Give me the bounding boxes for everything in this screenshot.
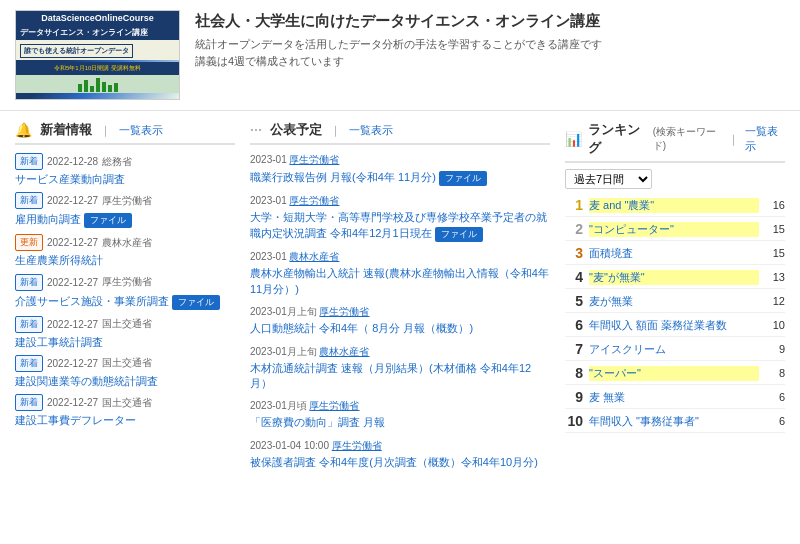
period-select-wrapper[interactable]: 過去7日間過去30日間過去90日間 xyxy=(565,169,785,189)
rank-count: 15 xyxy=(765,223,785,235)
rank-count: 8 xyxy=(765,367,785,379)
news-title-link[interactable]: 建設工事統計調査 xyxy=(15,336,103,348)
pub-title-row: 木材流通統計調査 速報（月別結果）(木材価格 令和4年12月） xyxy=(250,361,550,392)
news-item-top: 新着 2022-12-27 厚生労働省 xyxy=(15,192,235,209)
news-agency: 総務省 xyxy=(102,155,132,169)
news-divider: ｜ xyxy=(100,123,111,138)
ranking-list-link[interactable]: 一覧表示 xyxy=(745,124,785,154)
news-title-link[interactable]: 雇用動向調査 xyxy=(15,213,81,225)
pub-date: 2023-01 厚生労働省 xyxy=(250,153,550,167)
rank-text-link[interactable]: 年間収入 "事務従事者" xyxy=(589,414,759,429)
ranking-item: 9 麦 無業 6 xyxy=(565,389,785,409)
news-list: 新着 2022-12-28 総務省 サービス産業動向調査 新着 2022-12-… xyxy=(15,153,235,427)
news-title-link[interactable]: 生産農業所得統計 xyxy=(15,254,103,266)
news-title-row: 建設工事統計調査 xyxy=(15,335,235,349)
pub-agency-link[interactable]: 厚生労働省 xyxy=(309,400,359,411)
rank-text-link[interactable]: "スーパー" xyxy=(589,366,759,381)
pub-title-link[interactable]: 「医療費の動向」調査 月報 xyxy=(250,416,385,428)
banner-btn-label: 令和5年1月10日開講 受講料無料 xyxy=(20,64,175,73)
news-badge: 新着 xyxy=(15,153,43,170)
news-item-top: 更新 2022-12-27 農林水産省 xyxy=(15,234,235,251)
pub-title-link[interactable]: 大学・短期大学・高等専門学校及び専修学校卒業予定者の就職内定状況調査 令和4年1… xyxy=(250,211,547,239)
news-title-link[interactable]: 建設関連業等の動態統計調査 xyxy=(15,375,158,387)
news-title-link[interactable]: 建設工事費デフレーター xyxy=(15,414,136,426)
rank-number: 5 xyxy=(565,293,583,309)
rank-text-link[interactable]: 麦 and "農業" xyxy=(589,198,759,213)
rank-text-link[interactable]: 面積境査 xyxy=(589,246,759,261)
news-date: 2022-12-27 xyxy=(47,237,98,248)
news-badge: 新着 xyxy=(15,355,43,372)
banner-heading: 社会人・大学生に向けたデータサイエンス・オンライン講座 xyxy=(195,10,785,31)
news-list-link[interactable]: 一覧表示 xyxy=(119,123,163,138)
publication-list: 2023-01 厚生労働省 職業行政報告例 月報(令和4年 11月分) ファイル… xyxy=(250,153,550,470)
pub-agency-link[interactable]: 農林水産省 xyxy=(289,251,339,262)
rank-text-link[interactable]: 麦 無業 xyxy=(589,390,759,405)
ranking-item: 7 アイスクリーム 9 xyxy=(565,341,785,361)
ranking-divider: ｜ xyxy=(728,132,739,147)
pub-agency-link[interactable]: 厚生労働省 xyxy=(289,154,339,165)
pub-file-badge: ファイル xyxy=(439,171,487,186)
ranking-item: 2 "コンピューター" 15 xyxy=(565,221,785,241)
news-date: 2022-12-27 xyxy=(47,397,98,408)
news-title-row: 建設工事費デフレーター xyxy=(15,413,235,427)
ranking-item: 10 年間収入 "事務従事者" 6 xyxy=(565,413,785,433)
news-item: 新着 2022-12-27 国土交通省 建設関連業等の動態統計調査 xyxy=(15,355,235,388)
news-item-top: 新着 2022-12-28 総務省 xyxy=(15,153,235,170)
pub-title-link[interactable]: 人口動態統計 令和4年（ 8月分 月報（概数）) xyxy=(250,322,473,334)
ranking-list: 1 麦 and "農業" 16 2 "コンピューター" 15 3 面積境査 15… xyxy=(565,197,785,433)
rank-text-link[interactable]: "コンピューター" xyxy=(589,222,759,237)
news-badge: 新着 xyxy=(15,192,43,209)
ranking-item: 6 年間収入 額面 薬務従業者数 10 xyxy=(565,317,785,337)
grid-icon: ⋯ xyxy=(250,123,262,137)
pub-agency-link[interactable]: 農林水産省 xyxy=(319,346,369,357)
pub-title-link[interactable]: 農林水産物輸出入統計 速報(農林水産物輸出入情報（令和4年11月分）) xyxy=(250,267,549,294)
pub-title-link[interactable]: 職業行政報告例 月報(令和4年 11月分) xyxy=(250,171,436,183)
rank-text-link[interactable]: 年間収入 額面 薬務従業者数 xyxy=(589,318,759,333)
banner-jp-title: データサイエンス・オンライン講座 xyxy=(20,27,175,38)
ranking-item: 4 "麦"が無業" 13 xyxy=(565,269,785,289)
rank-count: 13 xyxy=(765,271,785,283)
banner-image[interactable]: DataScienceOnlineCourse データサイエンス・オンライン講座… xyxy=(15,10,180,100)
banner-top-label: DataScienceOnlineCourse xyxy=(16,11,179,25)
pub-title-link[interactable]: 被保護者調査 令和4年度(月次調査（概数）令和4年10月分) xyxy=(250,456,538,468)
pub-agency-link[interactable]: 厚生労働省 xyxy=(319,306,369,317)
rank-text-link[interactable]: アイスクリーム xyxy=(589,342,759,357)
pub-item: 2023-01-04 10:00 厚生労働省 被保護者調査 令和4年度(月次調査… xyxy=(250,439,550,470)
publication-title: 公表予定 xyxy=(270,121,322,139)
top-banner: DataScienceOnlineCourse データサイエンス・オンライン講座… xyxy=(0,0,800,111)
rank-count: 15 xyxy=(765,247,785,259)
pub-agency-link[interactable]: 厚生労働省 xyxy=(332,440,382,451)
banner-sub-label: 誰でも使える統計オープンデータ xyxy=(20,44,133,58)
rank-number: 8 xyxy=(565,365,583,381)
rank-number: 7 xyxy=(565,341,583,357)
news-date: 2022-12-27 xyxy=(47,358,98,369)
pub-item: 2023-01 厚生労働省 大学・短期大学・高等専門学校及び専修学校卒業予定者の… xyxy=(250,194,550,242)
pub-agency-link[interactable]: 厚生労働省 xyxy=(289,195,339,206)
news-item: 新着 2022-12-28 総務省 サービス産業動向調査 xyxy=(15,153,235,186)
news-date: 2022-12-27 xyxy=(47,195,98,206)
rank-text-link[interactable]: 麦が無業 xyxy=(589,294,759,309)
pub-date: 2023-01 厚生労働省 xyxy=(250,194,550,208)
pub-title-link[interactable]: 木材流通統計調査 速報（月別結果）(木材価格 令和4年12月） xyxy=(250,362,531,389)
news-title-link[interactable]: サービス産業動向調査 xyxy=(15,173,125,185)
news-badge: 新着 xyxy=(15,316,43,333)
rank-number: 10 xyxy=(565,413,583,429)
news-agency: 農林水産省 xyxy=(102,236,152,250)
news-item: 更新 2022-12-27 農林水産省 生産農業所得統計 xyxy=(15,234,235,267)
news-title-link[interactable]: 介護サービス施設・事業所調査 xyxy=(15,295,169,307)
rank-text-link[interactable]: "麦"が無業" xyxy=(589,270,759,285)
news-item-top: 新着 2022-12-27 厚生労働省 xyxy=(15,274,235,291)
news-title: 新着情報 xyxy=(40,121,92,139)
pub-title-row: 職業行政報告例 月報(令和4年 11月分) ファイル xyxy=(250,169,550,186)
pub-date: 2023-01 農林水産省 xyxy=(250,250,550,264)
period-select[interactable]: 過去7日間過去30日間過去90日間 xyxy=(565,169,652,189)
pub-date: 2023-01月上旬 厚生労働省 xyxy=(250,305,550,319)
news-agency: 国土交通省 xyxy=(102,317,152,331)
news-agency: 国土交通省 xyxy=(102,396,152,410)
pub-title-row: 人口動態統計 令和4年（ 8月分 月報（概数）) xyxy=(250,321,550,336)
pub-item: 2023-01月頃 厚生労働省 「医療費の動向」調査 月報 xyxy=(250,399,550,430)
news-item: 新着 2022-12-27 厚生労働省 介護サービス施設・事業所調査 ファイル xyxy=(15,274,235,310)
rank-count: 12 xyxy=(765,295,785,307)
pub-file-badge: ファイル xyxy=(435,227,483,242)
publication-list-link[interactable]: 一覧表示 xyxy=(349,123,393,138)
